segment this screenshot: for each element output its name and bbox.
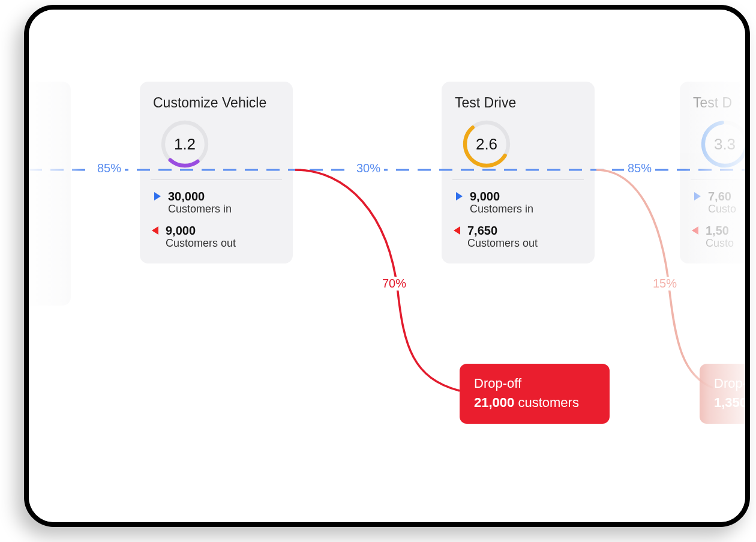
gauge: 2.6 — [460, 117, 514, 171]
out-count: 7,650 — [467, 224, 538, 237]
stage-title: Test D — [693, 95, 745, 111]
in-label: Customers in — [168, 203, 232, 215]
out-count: 9,000 — [166, 224, 236, 237]
out-count: 1,50 — [706, 224, 734, 237]
connector-label-in: 85% — [94, 161, 125, 175]
metric-in: 30,000 Customers in — [153, 190, 280, 215]
metric-in: 9,000 Customers in — [455, 190, 581, 215]
stage-card-prev-partial[interactable]: on — [29, 82, 71, 306]
device-frame: 85% 30% 85% 70% 15% on Customize Vehicle… — [24, 5, 750, 527]
stage-title: Customize Vehicle — [153, 95, 280, 111]
triangle-in-icon — [456, 192, 463, 200]
gauge-value: 2.6 — [460, 117, 514, 171]
out-label: Customers out — [467, 237, 538, 250]
in-count: 9,000 — [470, 190, 533, 203]
funnel-canvas[interactable]: 85% 30% 85% 70% 15% on Customize Vehicle… — [29, 10, 745, 522]
in-count: 30,000 — [168, 190, 232, 203]
in-label: Customers in — [470, 203, 533, 215]
dropoff-line: 1,350 — [714, 395, 745, 411]
stage-title: on — [29, 95, 58, 111]
stage-title: Test Drive — [455, 95, 581, 111]
stage-card-customize-vehicle[interactable]: Customize Vehicle 1.2 30,000 Customers i… — [140, 82, 293, 263]
gauge: 1.2 — [158, 117, 212, 171]
gauge-value: 1.2 — [158, 117, 212, 171]
out-label: Custo — [706, 237, 734, 250]
dropoff-title: Drop-o — [714, 376, 745, 391]
connector-label-cv-drop: 70% — [379, 277, 410, 291]
stage-card-next-partial[interactable]: Test D 3.3 7,60 Custo 1,50 — [680, 82, 745, 263]
connector-layer — [29, 10, 745, 522]
stage-card-test-drive[interactable]: Test Drive 2.6 9,000 Customers in 7 — [442, 82, 595, 263]
in-label: Custo — [708, 203, 736, 215]
connector-label-cv-pass: 30% — [353, 161, 384, 175]
triangle-out-icon — [152, 226, 158, 235]
gauge: 3.3 — [698, 117, 745, 171]
triangle-in-icon — [154, 192, 161, 200]
triangle-out-icon — [692, 226, 698, 235]
divider — [151, 179, 282, 180]
gauge-value: 3.3 — [698, 117, 745, 171]
dropoff-count: 21,000 — [474, 395, 514, 410]
divider — [452, 179, 584, 180]
metric-out: 7,650 Customers out — [455, 224, 581, 250]
metric-out: 1,50 Custo — [693, 224, 745, 250]
connector-label-td-drop: 15% — [649, 277, 680, 291]
metric-in: 7,60 Custo — [693, 190, 745, 215]
triangle-in-icon — [694, 192, 701, 200]
in-count: 7,60 — [708, 190, 736, 203]
out-label: Customers out — [166, 237, 236, 250]
dropoff-line: 21,000 customers — [474, 395, 595, 411]
dropoff-unit: customers — [518, 395, 578, 410]
triangle-out-icon — [454, 226, 460, 235]
dropoff-box-cv[interactable]: Drop-off 21,000 customers — [460, 364, 610, 424]
dropoff-title: Drop-off — [474, 376, 595, 391]
dropoff-count: 1,350 — [714, 395, 745, 410]
dropoff-box-td-partial[interactable]: Drop-o 1,350 — [700, 364, 745, 424]
metric-out: 9,000 Customers out — [153, 224, 280, 250]
connector-label-td-pass: 85% — [624, 161, 655, 175]
divider — [691, 179, 745, 180]
